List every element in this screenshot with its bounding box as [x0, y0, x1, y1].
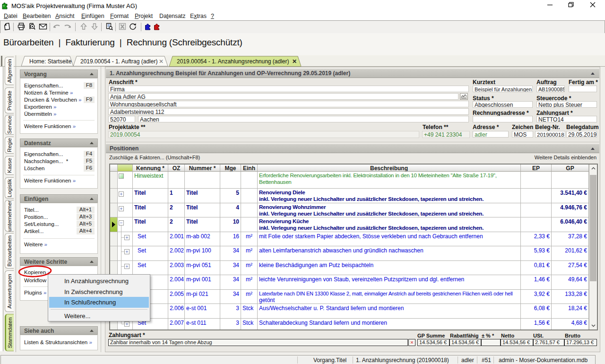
- svg-text:2019.00054 - 1. Auftrag (adler: 2019.00054 - 1. Auftrag (adler): [80, 58, 157, 65]
- svg-text:✕: ✕: [159, 58, 164, 65]
- svg-text:✕: ✕: [292, 58, 297, 65]
- svg-text:2019.00054 - 1. Anzahlungsrech: 2019.00054 - 1. Anzahlungsrechnung (adle…: [177, 58, 289, 65]
- svg-text:Home: Startseite: Home: Startseite: [29, 58, 72, 65]
